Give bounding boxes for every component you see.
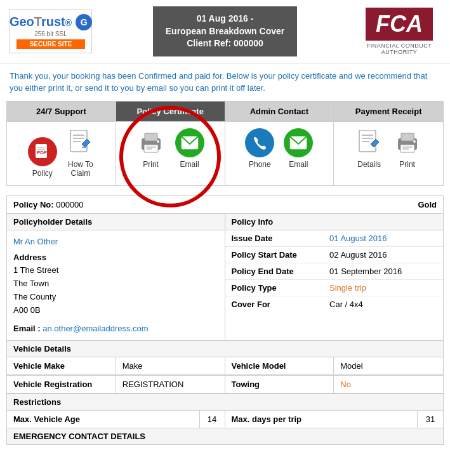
svg-rect-10 [145, 133, 157, 141]
details-svg [358, 130, 381, 155]
confirm-text: Thank you, your booking has been Confirm… [0, 63, 450, 101]
pdf-svg: PDF [34, 143, 51, 161]
issue-date-label: Issue Date [225, 230, 324, 246]
svg-rect-12 [146, 147, 156, 148]
policy-no-value: 000000 [56, 200, 83, 209]
geotrust-badge: GeoTrust® G 256 bit SSL SECURE SITE [10, 10, 92, 53]
vehicle-grid-make: Vehicle Make Make Vehicle Model Model [7, 357, 443, 375]
restrictions-row: Max. Vehicle Age 14 Max. days per trip 3… [7, 411, 443, 428]
tabs-section: 24/7 Support Policy Certificate Admin Co… [6, 101, 444, 186]
restrictions-header: Restrictions [7, 394, 443, 411]
policy-type-label: Policy Type [225, 280, 324, 296]
issue-date-row: Issue Date 01 August 2016 [225, 230, 444, 247]
tab-header-admin[interactable]: Admin Contact [225, 102, 334, 121]
svg-rect-24 [402, 147, 413, 148]
admin-icons-row: Phone Email [245, 128, 313, 169]
vehicle-model-label: Vehicle Model [225, 357, 334, 374]
email-cert-icon-item[interactable]: Email [175, 128, 204, 169]
email-admin-icon [284, 128, 313, 157]
print-icon-item[interactable]: Print [136, 128, 166, 169]
address-line1: 1 The Street [13, 264, 218, 277]
details-two-col: Policyholder Details Mr An Other Address… [7, 214, 443, 341]
email-value: an.other@emailaddress.com [43, 324, 148, 333]
address-block: Address 1 The Street The Town The County… [13, 251, 218, 317]
max-age-label: Max. Vehicle Age [7, 411, 200, 428]
policy-pdf-icon: PDF [28, 137, 57, 166]
svg-rect-13 [146, 149, 152, 150]
address-label: Address [13, 251, 218, 265]
max-age-value: 14 [200, 411, 225, 428]
svg-rect-22 [401, 133, 414, 141]
claim-doc-icon [67, 128, 95, 157]
tab-content-policy-cert: Print Email [116, 122, 225, 185]
how-to-claim-label: How ToClaim [68, 160, 93, 178]
tab-header-support[interactable]: 24/7 Support [7, 102, 116, 121]
svg-point-14 [157, 140, 159, 143]
policy-cert-icons-row: Print Email [136, 128, 204, 169]
end-date-row: Policy End Date 01 September 2016 [225, 263, 444, 280]
vehicle-reg-value: REGISTRATION [116, 376, 225, 393]
cover-for-row: Cover For Car / 4x4 [225, 296, 444, 312]
email-admin-label: Email [289, 160, 308, 169]
start-date-value: 02 August 2016 [323, 247, 443, 263]
print-payment-label: Print [399, 160, 415, 169]
restrictions-section: Restrictions Max. Vehicle Age 14 Max. da… [7, 394, 443, 428]
email-cert-icon [175, 128, 204, 157]
info-table: Issue Date 01 August 2016 Policy Start D… [225, 230, 444, 312]
policy-type-row: Policy Type Single trip [225, 280, 444, 296]
vehicle-model-value: Model [334, 357, 443, 374]
policyholder-content: Mr An Other Address 1 The Street The Tow… [7, 230, 225, 341]
policy-type-value: Single trip [323, 280, 443, 296]
email-admin-svg [289, 136, 307, 150]
policy-icon-item[interactable]: PDF Policy [28, 137, 57, 178]
tab-content-admin: Phone Email [225, 122, 334, 185]
phone-svg [251, 135, 268, 151]
print-payment-icon-item[interactable]: Print [393, 128, 422, 169]
vehicle-reg-label: Vehicle Registration [7, 376, 116, 393]
issue-date-value: 01 August 2016 [323, 230, 443, 246]
page-header: GeoTrust® G 256 bit SSL SECURE SITE 01 A… [0, 0, 450, 63]
details-icon [355, 128, 383, 157]
header-line3: Client Ref: 000000 [166, 37, 285, 50]
svg-point-26 [413, 140, 416, 143]
printer2-svg [395, 131, 420, 155]
print-label: Print [143, 160, 159, 169]
tab-content-support: PDF Policy [7, 122, 116, 185]
vehicle-grid-reg: Vehicle Registration REGISTRATION Towing… [7, 375, 443, 393]
how-to-claim-icon-item[interactable]: How ToClaim [67, 128, 95, 178]
details-label: Details [357, 160, 381, 169]
tab-header-payment[interactable]: Payment Receipt [334, 102, 443, 121]
cover-value: Car / 4x4 [323, 296, 443, 312]
phone-icon-item[interactable]: Phone [245, 128, 274, 169]
towing-label: Towing [225, 376, 334, 393]
address-line2: The Town [13, 277, 218, 291]
cover-label: Cover For [225, 296, 324, 312]
details-icon-item[interactable]: Details [355, 128, 383, 169]
email-admin-icon-item[interactable]: Email [284, 128, 313, 169]
emergency-header: EMERGENCY CONTACT DETAILS [7, 428, 443, 444]
print-payment-icon [393, 128, 422, 157]
end-date-value: 01 September 2016 [323, 263, 443, 279]
phone-icon [245, 128, 274, 157]
vehicle-make-value: Make [116, 357, 225, 374]
email-row: Email : an.other@emailaddress.com [13, 322, 218, 336]
svg-text:PDF: PDF [37, 150, 47, 155]
svg-rect-17 [359, 130, 376, 152]
tab-header-policy-cert[interactable]: Policy Certificate [116, 102, 225, 121]
phone-label: Phone [249, 160, 271, 169]
address-line4: A00 0B [13, 304, 218, 317]
geotrust-icon: G [76, 14, 92, 30]
svg-rect-25 [402, 149, 409, 150]
support-icons-row: PDF Policy [28, 128, 95, 178]
max-days-label: Max. days per trip [225, 411, 418, 428]
tabs-header: 24/7 Support Policy Certificate Admin Co… [7, 102, 443, 121]
email-label: Email : [13, 324, 41, 333]
tab-content-payment: Details Print [334, 122, 443, 185]
email-cert-label: Email [180, 160, 199, 169]
policyholder-col: Policyholder Details Mr An Other Address… [7, 214, 225, 341]
max-days-value: 31 [418, 411, 443, 428]
fca-subtitle: FINANCIAL CONDUCT AUTHORITY [358, 43, 440, 55]
vehicle-section: Vehicle Details Vehicle Make Make Vehicl… [7, 341, 443, 394]
address-line3: The County [13, 291, 218, 304]
header-middle: 01 Aug 2016 - European Breakdown Cover C… [153, 6, 298, 56]
